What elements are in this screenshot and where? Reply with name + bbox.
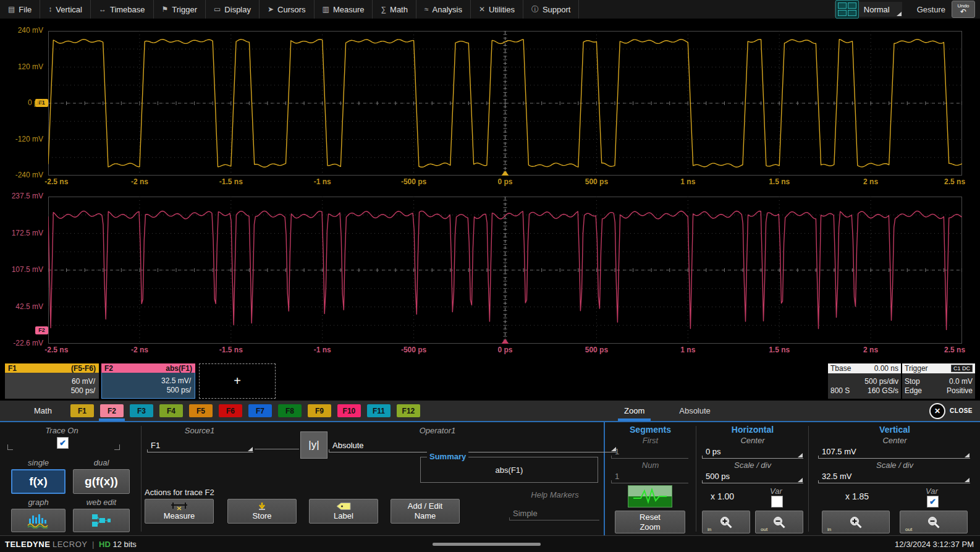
- graph-button[interactable]: [11, 509, 65, 532]
- menu-item-analysis[interactable]: ≈Analysis: [416, 0, 471, 19]
- tab-f3[interactable]: F3: [130, 404, 153, 417]
- store-button-label: Store: [252, 511, 271, 520]
- f1-hscale: 500 ps/: [71, 386, 95, 395]
- horizontal-zoom-out-button[interactable]: out: [755, 511, 803, 533]
- tab-absolute[interactable]: Absolute: [673, 404, 717, 418]
- dual-gfx-button[interactable]: g(f(x)): [73, 469, 130, 494]
- segment-waveform-button[interactable]: [628, 485, 672, 507]
- label-button-label: Label: [334, 511, 353, 520]
- f1-x-label: 0 ps: [497, 177, 512, 186]
- math-setup-dialog: Trace On single dual f(x) g(f(x)) graph …: [0, 421, 980, 535]
- segments-first-input[interactable]: 1: [611, 446, 688, 459]
- tab-f11[interactable]: F11: [367, 404, 391, 417]
- dropdown-corner-icon: [965, 453, 969, 457]
- tab-f1[interactable]: F1: [70, 404, 94, 417]
- menu-item-measure[interactable]: ▥Measure: [315, 0, 373, 19]
- plus-icon: +: [234, 374, 241, 388]
- trigger-descriptor[interactable]: Trigger C1 DC Stop 0.0 mV Edge Positive: [902, 363, 975, 399]
- trace-on-label: Trace On: [0, 426, 124, 435]
- label-button[interactable]: Label: [309, 499, 378, 524]
- vertical-center-input[interactable]: 107.5 mV: [818, 446, 970, 459]
- operator-chip-icon[interactable]: |y|: [300, 431, 327, 459]
- vertical-scale-value: 32.5 mV: [822, 472, 851, 481]
- scope-display: -2.5 ns-2 ns-1.5 ns-1 ns-500 ps0 ps500 p…: [0, 19, 980, 362]
- vertical-zoom-out-button[interactable]: out: [900, 511, 968, 533]
- grid-layout-button[interactable]: [835, 0, 859, 19]
- tab-f9[interactable]: F9: [308, 404, 331, 417]
- tab-f6[interactable]: F6: [219, 404, 242, 417]
- vertical-icon: ↕: [48, 5, 52, 14]
- segments-num-value: 1: [615, 472, 619, 481]
- f2-vscale: 32.5 mV/: [161, 376, 191, 385]
- menu-item-timebase[interactable]: ↔Timebase: [91, 0, 154, 19]
- vertical-var-checkbox[interactable]: [927, 496, 939, 507]
- tab-f10[interactable]: F10: [337, 404, 361, 417]
- segments-title: Segments: [605, 425, 696, 435]
- menu-item-vertical[interactable]: ↕Vertical: [40, 0, 91, 19]
- web-edit-button[interactable]: [73, 509, 130, 532]
- segments-num-input[interactable]: 1: [611, 470, 688, 483]
- menu-item-file[interactable]: ▤File: [0, 0, 40, 19]
- brand-lecroy: LECROY: [53, 540, 87, 549]
- source1-select[interactable]: F1: [147, 439, 253, 452]
- timebase-descriptor[interactable]: Tbase 0.00 ns 500 ps/div 800 S 160 GS/s: [828, 363, 901, 399]
- menu-item-math[interactable]: ∑Math: [373, 0, 416, 19]
- vertical-zoom-in-button[interactable]: in: [822, 511, 890, 533]
- tab-f12[interactable]: F12: [397, 404, 420, 417]
- math-section-label: Math: [0, 406, 70, 415]
- dual-label: dual: [73, 458, 130, 467]
- vertical-scale-input[interactable]: 32.5 mV: [818, 470, 970, 483]
- f1-descriptor[interactable]: F1 (F5-F6) 60 mV/ 500 ps/: [5, 363, 99, 399]
- segments-num-label: Num: [605, 461, 696, 470]
- source1-value: F1: [151, 441, 160, 450]
- trace-on-checkbox[interactable]: [57, 437, 69, 449]
- store-button[interactable]: Store: [227, 499, 297, 524]
- f1-y-label: 0 µV: [0, 98, 43, 107]
- f2-zero-marker[interactable]: F2: [35, 326, 48, 334]
- math-tab-row: Math F1F2F3F4F5F6F7F8F9F10F11F12 ZoomAbs…: [0, 401, 980, 421]
- horizontal-center-input[interactable]: 0 ps: [702, 446, 803, 459]
- menu-item-display[interactable]: ▭Display: [206, 0, 260, 19]
- horizontal-zoom-in-button[interactable]: in: [702, 511, 750, 533]
- zoom-out-label: out: [761, 527, 767, 532]
- menu-item-utilities[interactable]: ✕Utilities: [471, 0, 523, 19]
- tab-f5[interactable]: F5: [189, 404, 213, 417]
- graticule-f2[interactable]: [48, 197, 962, 344]
- menu-item-cursors[interactable]: ➤Cursors: [260, 0, 315, 19]
- graph-icon: [25, 512, 51, 529]
- graticule-f1[interactable]: [48, 31, 962, 176]
- hd-badge: HD: [99, 540, 111, 549]
- single-fx-button[interactable]: f(x): [11, 469, 65, 494]
- f2-x-label: -1.5 ns: [219, 346, 243, 354]
- f1-x-label: 2.5 ns: [944, 177, 965, 186]
- chevron-corner-icon: [897, 12, 902, 16]
- tab-f7[interactable]: F7: [248, 404, 272, 417]
- help-markers-select[interactable]: Simple: [509, 507, 599, 520]
- vertical-section: Vertical Center 107.5 mV Scale / div 32.…: [809, 422, 980, 535]
- f2-descriptor-id: F2: [104, 364, 113, 373]
- menu-item-trigger[interactable]: ⚑Trigger: [154, 0, 206, 19]
- f2-descriptor[interactable]: F2 abs(F1) 32.5 mV/ 500 ps/: [101, 363, 195, 399]
- tab-zoom[interactable]: Zoom: [618, 404, 651, 418]
- taskbar-handle[interactable]: [433, 543, 541, 546]
- add-edit-name-button[interactable]: Add / Edit Name: [391, 499, 460, 524]
- trigger-level: 0.0 mV: [949, 377, 973, 386]
- horizontal-var-checkbox[interactable]: [771, 496, 783, 507]
- tab-f8[interactable]: F8: [278, 404, 302, 417]
- zoom-in-icon: [719, 516, 733, 529]
- tab-f2[interactable]: F2: [100, 404, 124, 417]
- undo-button[interactable]: Undo ↶: [952, 1, 975, 18]
- operator1-select[interactable]: Absolute: [329, 439, 617, 452]
- display-mode-select[interactable]: Normal: [859, 5, 898, 14]
- add-trace-button[interactable]: +: [199, 363, 276, 399]
- close-group[interactable]: ✕ CLOSE: [929, 403, 980, 419]
- f1-descriptor-id: F1: [8, 364, 17, 373]
- reset-zoom-button[interactable]: Reset Zoom: [615, 511, 685, 533]
- horizontal-scale-input[interactable]: 500 ps: [702, 470, 803, 483]
- descriptor-row: F1 (F5-F6) 60 mV/ 500 ps/ F2 abs(F1) 32.…: [0, 362, 980, 401]
- vertical-title: Vertical: [809, 425, 980, 435]
- measure-button[interactable]: Measure: [145, 499, 214, 524]
- menu-item-support[interactable]: ⓘSupport: [523, 0, 580, 19]
- menu-item-label: Support: [543, 5, 571, 14]
- tab-f4[interactable]: F4: [159, 404, 183, 417]
